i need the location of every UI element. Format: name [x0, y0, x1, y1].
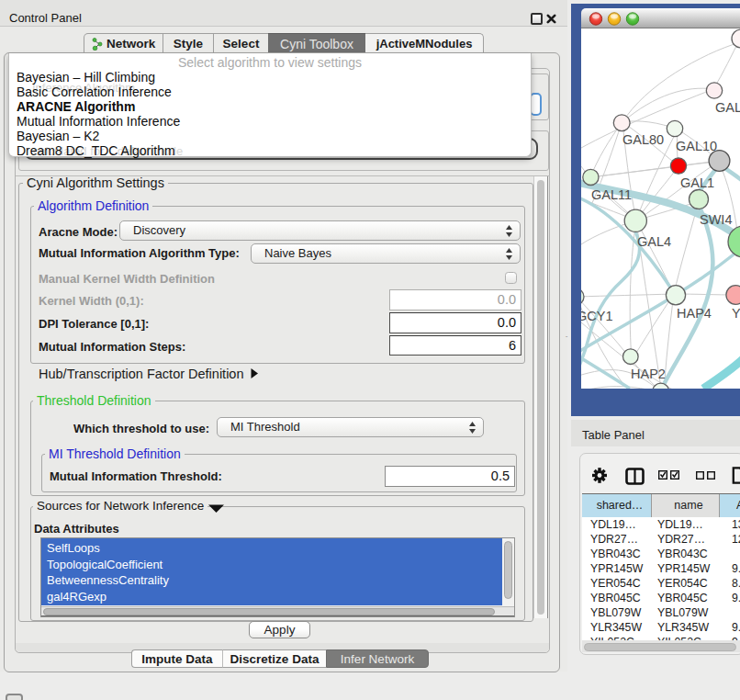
svg-text:GAL4: GAL4	[637, 234, 671, 249]
svg-text:HAP4: HAP4	[677, 306, 712, 321]
svg-text:GAL10: GAL10	[676, 139, 717, 153]
svg-text:GAL1: GAL1	[680, 175, 714, 190]
svg-text:GAL7: GAL7	[715, 100, 740, 115]
svg-text:YM: YM	[732, 306, 740, 321]
svg-text:HAP2: HAP2	[631, 367, 666, 381]
svg-text:GAL11: GAL11	[591, 187, 632, 202]
svg-text:GCY1: GCY1	[581, 309, 613, 323]
svg-text:GAL80: GAL80	[622, 132, 664, 147]
svg-text:SWI4: SWI4	[700, 212, 732, 227]
